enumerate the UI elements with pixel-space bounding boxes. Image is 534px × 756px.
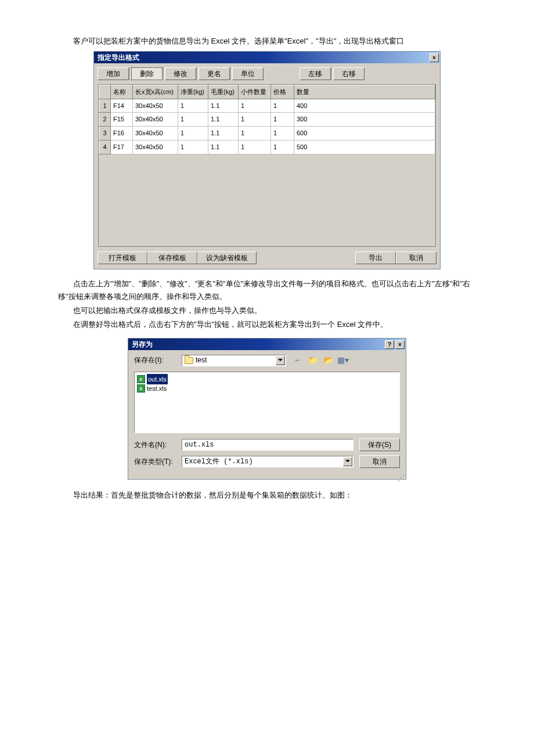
file-list[interactable]: out.xlstest.xls — [134, 372, 400, 433]
save-in-label: 保存在(I): — [134, 354, 176, 366]
table-row[interactable]: 4F1730x40x5011.111500 — [99, 140, 435, 154]
export-format-dialog: 指定导出格式 × 增加 删除 修改 更名 单位 左移 右移 名称 长x宽x高(c… — [93, 51, 441, 269]
resize-grip[interactable]: ⋰ — [128, 472, 406, 479]
delete-button[interactable]: 删除 — [131, 67, 163, 80]
result-text: 导出结果：首先是整批货物合计的数据，然后分别是每个集装箱的数据统计。如图： — [58, 489, 476, 502]
save-as-dialog: 另存为 ? × 保存在(I): test ← 📁 📂 ▦▾ out.xlstes… — [128, 338, 406, 479]
close-icon[interactable]: × — [430, 53, 439, 62]
filename-label: 文件名(N): — [134, 439, 176, 451]
col-header-pcs[interactable]: 小件数量 — [239, 85, 271, 99]
col-header-index[interactable] — [99, 85, 111, 99]
filetype-combo[interactable]: Excel文件 (*.xls) — [182, 456, 353, 467]
view-menu-icon[interactable]: ▦▾ — [337, 355, 349, 366]
paragraph: 也可以把输出格式保存成模板文件，操作也与导入类似。 — [58, 304, 476, 317]
intro-text: 客户可以把装柜方案中的货物信息导出为 Excel 文件。选择菜单"Excel"，… — [58, 35, 476, 48]
col-header-name[interactable]: 名称 — [111, 85, 133, 99]
close-icon[interactable]: × — [395, 340, 405, 349]
file-item[interactable]: test.xls — [137, 384, 397, 393]
save-template-button[interactable]: 保存模板 — [147, 251, 197, 264]
paragraph: 点击左上方"增加"、"删除"、"修改"、"更名"和"单位"来修改导出文件每一列的… — [58, 278, 476, 303]
col-header-dim[interactable]: 长x宽x高(cm) — [133, 85, 178, 99]
body-paragraphs: 点击左上方"增加"、"删除"、"修改"、"更名"和"单位"来修改导出文件每一列的… — [58, 278, 476, 331]
paragraph: 在调整好导出格式后，点击右下方的"导出"按钮，就可以把装柜方案导出到一个 Exc… — [58, 318, 476, 331]
move-right-button[interactable]: 右移 — [333, 67, 365, 80]
table-row[interactable]: 1F1430x40x5011.111400 — [99, 99, 435, 113]
col-header-net[interactable]: 净重(kg) — [178, 85, 208, 99]
col-header-gross[interactable]: 毛重(kg) — [208, 85, 239, 99]
save-in-value: test — [196, 354, 207, 366]
file-item[interactable]: out.xls — [137, 375, 397, 384]
bottom-toolbar: 打开模板 保存模板 设为缺省模板 导出 取消 — [94, 247, 440, 269]
chevron-down-icon[interactable] — [276, 356, 285, 365]
dialog-title: 另存为 — [132, 339, 384, 350]
xls-icon — [137, 384, 145, 393]
dialog-title: 指定导出格式 — [98, 52, 428, 63]
up-folder-icon[interactable]: 📁 — [307, 355, 319, 366]
top-toolbar: 增加 删除 修改 更名 单位 左移 右移 — [94, 63, 440, 84]
titlebar[interactable]: 另存为 ? × — [128, 339, 406, 350]
nav-icons: ← 📁 📂 ▦▾ — [292, 355, 349, 366]
back-icon[interactable]: ← — [292, 355, 304, 366]
titlebar[interactable]: 指定导出格式 × — [94, 52, 440, 63]
table-row[interactable]: 3F1630x40x5011.111600 — [99, 127, 435, 141]
folder-icon — [185, 357, 193, 364]
filetype-label: 保存类型(T): — [134, 456, 176, 467]
unit-button[interactable]: 单位 — [232, 67, 264, 80]
cancel-button[interactable]: 取消 — [359, 455, 400, 468]
col-header-price[interactable]: 价格 — [271, 85, 294, 99]
rename-button[interactable]: 更名 — [199, 67, 230, 80]
chevron-down-icon[interactable] — [343, 457, 352, 466]
move-left-button[interactable]: 左移 — [300, 67, 331, 80]
add-button[interactable]: 增加 — [98, 67, 129, 80]
export-button[interactable]: 导出 — [355, 251, 396, 264]
col-header-qty[interactable]: 数量 — [294, 85, 435, 99]
save-button[interactable]: 保存(S) — [359, 438, 400, 451]
filename-input[interactable]: out.xls — [182, 439, 353, 451]
columns-grid[interactable]: 名称 长x宽x高(cm) 净重(kg) 毛重(kg) 小件数量 价格 数量 1F… — [98, 84, 436, 247]
modify-button[interactable]: 修改 — [165, 67, 196, 80]
cancel-button[interactable]: 取消 — [396, 251, 436, 264]
save-in-combo[interactable]: test — [182, 355, 286, 366]
open-template-button[interactable]: 打开模板 — [98, 251, 147, 264]
set-default-button[interactable]: 设为缺省模板 — [197, 251, 257, 264]
new-folder-icon[interactable]: 📂 — [322, 355, 334, 366]
table-row[interactable]: 2F1530x40x5011.111300 — [99, 113, 435, 127]
help-icon[interactable]: ? — [385, 340, 394, 349]
xls-icon — [137, 375, 145, 383]
filetype-value: Excel文件 (*.xls) — [185, 456, 253, 467]
